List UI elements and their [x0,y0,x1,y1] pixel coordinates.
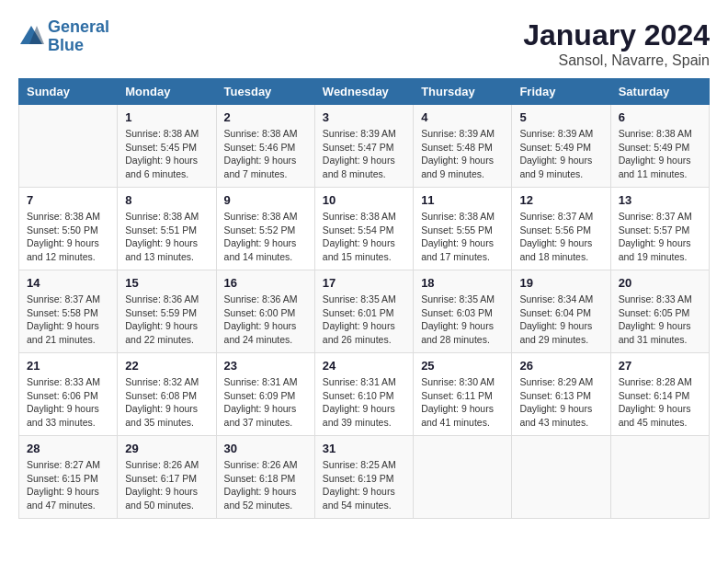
calendar-cell: 25Sunrise: 8:30 AM Sunset: 6:11 PM Dayli… [414,353,512,436]
logo: General Blue [18,18,109,55]
calendar-cell: 18Sunrise: 8:35 AM Sunset: 6:03 PM Dayli… [414,270,512,353]
day-info: Sunrise: 8:26 AM Sunset: 6:17 PM Dayligh… [125,458,208,512]
calendar-cell: 6Sunrise: 8:38 AM Sunset: 5:49 PM Daylig… [610,105,709,188]
calendar-cell: 15Sunrise: 8:36 AM Sunset: 5:59 PM Dayli… [118,270,216,353]
day-info: Sunrise: 8:33 AM Sunset: 6:06 PM Dayligh… [27,375,109,430]
day-number: 15 [125,276,208,290]
col-friday: Friday [512,79,610,105]
day-info: Sunrise: 8:26 AM Sunset: 6:18 PM Dayligh… [224,458,307,512]
col-wednesday: Wednesday [314,79,413,105]
day-info: Sunrise: 8:31 AM Sunset: 6:10 PM Dayligh… [323,375,405,430]
header: General Blue January 2024 Sansol, Navarr… [18,18,710,69]
calendar-cell [414,436,512,519]
day-info: Sunrise: 8:27 AM Sunset: 6:15 PM Dayligh… [27,458,109,512]
day-number: 22 [125,359,208,373]
day-info: Sunrise: 8:36 AM Sunset: 5:59 PM Dayligh… [125,293,208,347]
day-info: Sunrise: 8:31 AM Sunset: 6:09 PM Dayligh… [224,375,307,430]
day-number: 6 [619,110,701,124]
day-number: 21 [27,359,109,373]
col-thursday: Thursday [414,79,512,105]
col-saturday: Saturday [610,79,709,105]
day-number: 11 [421,193,504,207]
day-number: 12 [519,193,602,207]
day-number: 1 [125,110,208,124]
day-number: 7 [27,193,109,207]
calendar-cell: 11Sunrise: 8:38 AM Sunset: 5:55 PM Dayli… [414,188,512,270]
calendar-cell: 4Sunrise: 8:39 AM Sunset: 5:48 PM Daylig… [414,105,512,188]
logo-line1: General [48,17,109,36]
day-number: 4 [421,110,504,124]
calendar-cell: 19Sunrise: 8:34 AM Sunset: 6:04 PM Dayli… [512,270,610,353]
day-info: Sunrise: 8:25 AM Sunset: 6:19 PM Dayligh… [323,458,405,512]
day-number: 28 [27,442,109,455]
day-number: 31 [323,442,405,455]
calendar-cell: 31Sunrise: 8:25 AM Sunset: 6:19 PM Dayli… [314,436,413,519]
day-number: 19 [519,276,602,290]
day-number: 26 [519,359,602,373]
logo-text: General Blue [48,18,109,55]
day-number: 25 [421,359,504,373]
calendar-cell [19,105,118,188]
subtitle: Sansol, Navarre, Spain [523,52,710,69]
calendar-cell: 23Sunrise: 8:31 AM Sunset: 6:09 PM Dayli… [216,353,314,436]
day-info: Sunrise: 8:38 AM Sunset: 5:49 PM Dayligh… [619,127,701,181]
calendar-week-4: 21Sunrise: 8:33 AM Sunset: 6:06 PM Dayli… [19,353,710,436]
calendar-cell: 5Sunrise: 8:39 AM Sunset: 5:49 PM Daylig… [512,105,610,188]
calendar-week-5: 28Sunrise: 8:27 AM Sunset: 6:15 PM Dayli… [19,436,710,519]
day-info: Sunrise: 8:33 AM Sunset: 6:05 PM Dayligh… [619,293,701,347]
calendar-cell: 26Sunrise: 8:29 AM Sunset: 6:13 PM Dayli… [512,353,610,436]
calendar-week-3: 14Sunrise: 8:37 AM Sunset: 5:58 PM Dayli… [19,270,710,353]
calendar-cell: 21Sunrise: 8:33 AM Sunset: 6:06 PM Dayli… [19,353,118,436]
calendar-cell: 17Sunrise: 8:35 AM Sunset: 6:01 PM Dayli… [314,270,413,353]
calendar-cell: 12Sunrise: 8:37 AM Sunset: 5:56 PM Dayli… [512,188,610,270]
day-number: 8 [125,193,208,207]
day-info: Sunrise: 8:38 AM Sunset: 5:51 PM Dayligh… [125,210,208,264]
header-row: Sunday Monday Tuesday Wednesday Thursday… [19,79,710,105]
day-info: Sunrise: 8:38 AM Sunset: 5:52 PM Dayligh… [224,210,307,264]
day-number: 3 [323,110,405,124]
calendar-cell: 28Sunrise: 8:27 AM Sunset: 6:15 PM Dayli… [19,436,118,519]
day-number: 17 [323,276,405,290]
calendar-cell: 1Sunrise: 8:38 AM Sunset: 5:45 PM Daylig… [118,105,216,188]
day-info: Sunrise: 8:30 AM Sunset: 6:11 PM Dayligh… [421,375,504,430]
day-info: Sunrise: 8:37 AM Sunset: 5:56 PM Dayligh… [519,210,602,264]
day-number: 5 [519,110,602,124]
calendar-cell: 14Sunrise: 8:37 AM Sunset: 5:58 PM Dayli… [19,270,118,353]
calendar-cell: 9Sunrise: 8:38 AM Sunset: 5:52 PM Daylig… [216,188,314,270]
day-info: Sunrise: 8:39 AM Sunset: 5:49 PM Dayligh… [519,127,602,181]
logo-icon [18,24,44,50]
calendar-week-2: 7Sunrise: 8:38 AM Sunset: 5:50 PM Daylig… [19,188,710,270]
day-number: 30 [224,442,307,455]
title-area: January 2024 Sansol, Navarre, Spain [523,18,710,69]
day-info: Sunrise: 8:32 AM Sunset: 6:08 PM Dayligh… [125,375,208,430]
calendar-cell: 3Sunrise: 8:39 AM Sunset: 5:47 PM Daylig… [314,105,413,188]
day-info: Sunrise: 8:36 AM Sunset: 6:00 PM Dayligh… [224,293,307,347]
main-title: January 2024 [523,18,710,52]
day-number: 2 [224,110,307,124]
day-number: 14 [27,276,109,290]
calendar-cell: 7Sunrise: 8:38 AM Sunset: 5:50 PM Daylig… [19,188,118,270]
calendar-cell [610,436,709,519]
calendar-cell: 24Sunrise: 8:31 AM Sunset: 6:10 PM Dayli… [314,353,413,436]
day-info: Sunrise: 8:34 AM Sunset: 6:04 PM Dayligh… [519,293,602,347]
calendar-table: Sunday Monday Tuesday Wednesday Thursday… [18,78,710,519]
day-info: Sunrise: 8:29 AM Sunset: 6:13 PM Dayligh… [519,375,602,430]
day-info: Sunrise: 8:39 AM Sunset: 5:48 PM Dayligh… [421,127,504,181]
day-number: 13 [619,193,701,207]
day-number: 16 [224,276,307,290]
day-number: 9 [224,193,307,207]
day-number: 27 [619,359,701,373]
calendar-cell: 13Sunrise: 8:37 AM Sunset: 5:57 PM Dayli… [610,188,709,270]
calendar-cell: 30Sunrise: 8:26 AM Sunset: 6:18 PM Dayli… [216,436,314,519]
day-info: Sunrise: 8:28 AM Sunset: 6:14 PM Dayligh… [619,375,701,430]
day-info: Sunrise: 8:35 AM Sunset: 6:03 PM Dayligh… [421,293,504,347]
calendar-cell: 22Sunrise: 8:32 AM Sunset: 6:08 PM Dayli… [118,353,216,436]
col-monday: Monday [118,79,216,105]
calendar-header: Sunday Monday Tuesday Wednesday Thursday… [19,79,710,105]
day-number: 23 [224,359,307,373]
calendar-cell [512,436,610,519]
calendar-body: 1Sunrise: 8:38 AM Sunset: 5:45 PM Daylig… [19,105,710,519]
day-number: 20 [619,276,701,290]
day-info: Sunrise: 8:35 AM Sunset: 6:01 PM Dayligh… [323,293,405,347]
calendar-cell: 20Sunrise: 8:33 AM Sunset: 6:05 PM Dayli… [610,270,709,353]
